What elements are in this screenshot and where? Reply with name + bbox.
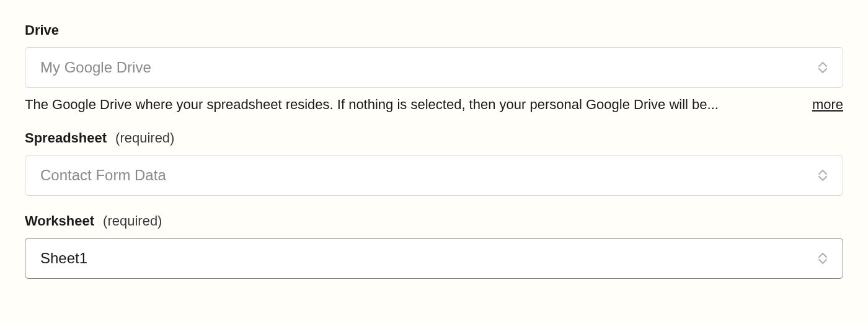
spreadsheet-select[interactable]: Contact Form Data bbox=[25, 155, 843, 196]
up-down-icon bbox=[818, 169, 828, 182]
drive-select[interactable]: My Google Drive bbox=[25, 47, 843, 88]
up-down-icon bbox=[818, 61, 828, 74]
drive-select-value: My Google Drive bbox=[40, 59, 151, 76]
drive-help-row: The Google Drive where your spreadsheet … bbox=[25, 97, 843, 113]
drive-label-row: Drive bbox=[25, 22, 843, 38]
drive-more-link[interactable]: more bbox=[812, 97, 843, 113]
spreadsheet-field-group: Spreadsheet (required) Contact Form Data bbox=[25, 130, 843, 196]
spreadsheet-select-value: Contact Form Data bbox=[40, 167, 166, 184]
spreadsheet-label: Spreadsheet bbox=[25, 130, 107, 146]
spreadsheet-label-row: Spreadsheet (required) bbox=[25, 130, 843, 146]
worksheet-required-hint: (required) bbox=[103, 213, 162, 229]
drive-help-text: The Google Drive where your spreadsheet … bbox=[25, 97, 797, 113]
spreadsheet-required-hint: (required) bbox=[115, 130, 174, 146]
worksheet-label: Worksheet bbox=[25, 213, 94, 229]
drive-field-group: Drive My Google Drive The Google Drive w… bbox=[25, 22, 843, 113]
worksheet-field-group: Worksheet (required) Sheet1 bbox=[25, 213, 843, 279]
drive-label: Drive bbox=[25, 22, 59, 38]
up-down-icon bbox=[818, 252, 828, 265]
worksheet-label-row: Worksheet (required) bbox=[25, 213, 843, 229]
worksheet-select[interactable]: Sheet1 bbox=[25, 238, 843, 279]
worksheet-select-value: Sheet1 bbox=[40, 250, 87, 267]
